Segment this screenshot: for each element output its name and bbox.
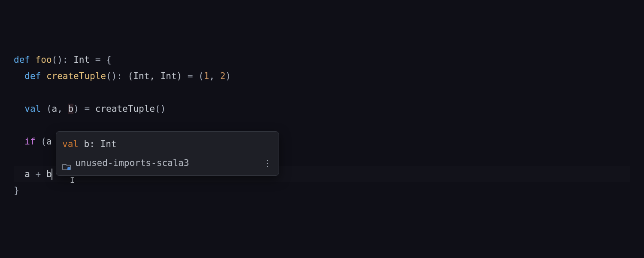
identifier: a: [46, 136, 52, 147]
identifier-highlighted: b: [68, 104, 74, 114]
parens: (): [52, 55, 63, 65]
code-line[interactable]: def foo(): Int = {: [14, 52, 630, 68]
function-call: createTuple: [95, 104, 155, 114]
keyword-val: val: [24, 104, 41, 114]
quick-doc-popup[interactable]: val b: Int unused-imports-scala3 ⋮: [56, 131, 279, 176]
keyword-def: def: [24, 71, 41, 81]
module-name: unused-imports-scala3: [75, 155, 189, 171]
number-literal: 1: [204, 71, 210, 81]
code-line[interactable]: val (a, b) = createTuple(): [14, 101, 630, 117]
text-caret: [52, 169, 52, 180]
code-line-blank[interactable]: [14, 84, 630, 101]
popup-info-row: unused-imports-scala3 ⋮: [62, 155, 273, 171]
function-name: createTuple: [46, 71, 106, 81]
type-annotation: (Int, Int): [128, 71, 182, 81]
number-literal: 2: [220, 71, 226, 81]
function-name: foo: [36, 55, 52, 65]
module-folder-icon: [62, 160, 71, 166]
code-line[interactable]: def createTuple(): (Int, Int) = (1, 2): [14, 68, 630, 84]
more-options-icon[interactable]: ⋮: [261, 155, 273, 171]
code-editor[interactable]: def foo(): Int = { def createTuple(): (I…: [0, 0, 644, 199]
keyword-if: if: [24, 136, 35, 147]
keyword-def: def: [14, 55, 30, 65]
identifier: a: [52, 104, 58, 114]
return-type: Int: [73, 55, 90, 65]
code-line[interactable]: }: [14, 182, 630, 199]
identifier: a: [24, 169, 30, 179]
symbol-signature: val b: Int: [62, 136, 273, 153]
svg-rect-0: [67, 167, 70, 170]
